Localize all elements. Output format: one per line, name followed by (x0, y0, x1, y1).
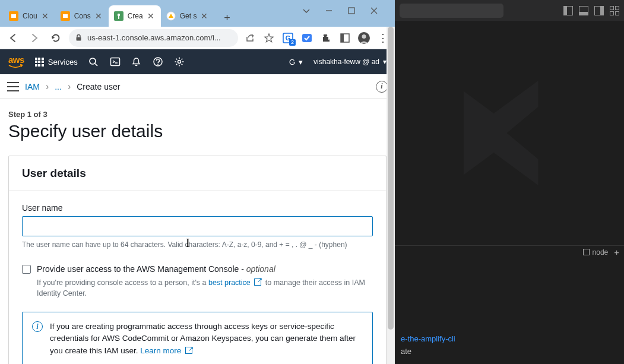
vscode-titlebar (395, 0, 624, 21)
toggle-panel-icon[interactable] (579, 6, 588, 15)
vscode-layout-controls (563, 6, 619, 15)
iam-favicon-icon (114, 11, 123, 21)
external-link-icon (185, 347, 192, 354)
console-access-description: If you're providing console access to a … (37, 277, 373, 299)
user-details-panel: User details User name The user name can… (8, 156, 387, 364)
tab-title: Clou (23, 12, 37, 20)
window-chevron-icon[interactable] (302, 6, 311, 15)
cloudshell-icon[interactable] (110, 56, 121, 67)
notifications-bell-icon[interactable] (131, 56, 142, 67)
browser-tab-create-user[interactable]: Crea ✕ (109, 5, 161, 27)
extension-badge: 2 (289, 39, 296, 46)
breadcrumb-ellipsis[interactable]: ... (55, 82, 62, 91)
new-terminal-icon[interactable]: + (614, 247, 619, 257)
svg-rect-1 (349, 8, 354, 14)
breadcrumb-iam-link[interactable]: IAM (25, 82, 40, 91)
learn-more-link[interactable]: Learn more (140, 346, 194, 355)
step-indicator: Step 1 of 3 (8, 110, 387, 119)
lock-icon (75, 34, 83, 42)
amplify-favicon-icon (166, 11, 176, 21)
external-link-icon (254, 278, 261, 286)
browser-toolbar: us-east-1.console.aws.amazon.com/i... G … (0, 27, 395, 49)
services-menu[interactable]: Services (35, 58, 78, 67)
new-tab-button[interactable]: + (218, 9, 236, 27)
browser-tab-get-started[interactable]: Get s ✕ (161, 5, 215, 27)
reading-list-icon[interactable] (338, 31, 352, 45)
toggle-secondary-sidebar-icon[interactable] (594, 6, 604, 15)
chevron-right-icon: › (46, 81, 49, 92)
chevron-right-icon: › (68, 81, 71, 92)
forward-button[interactable] (26, 30, 43, 46)
back-button[interactable] (5, 30, 21, 46)
info-icon[interactable]: i (376, 81, 388, 93)
toggle-primary-sidebar-icon[interactable] (563, 6, 573, 15)
google-translate-extension-icon[interactable]: G 2 (281, 31, 295, 45)
share-icon[interactable] (243, 31, 257, 45)
extensions-puzzle-icon[interactable] (319, 31, 333, 45)
aws-favicon-icon (9, 11, 18, 21)
svg-rect-15 (341, 34, 344, 42)
window-minimize-icon[interactable] (324, 6, 334, 15)
svg-rect-8 (118, 16, 119, 19)
breadcrumb-current: Create user (77, 82, 120, 91)
username-label: User name (22, 203, 373, 213)
address-bar[interactable]: us-east-1.console.aws.amazon.com/i... (69, 29, 238, 47)
username-hint: The user name can have up to 64 characte… (22, 240, 373, 249)
username-input[interactable] (22, 216, 373, 236)
svg-point-7 (118, 14, 120, 16)
vscode-editor-area: node + e-the-amplify-cli ate (395, 21, 624, 364)
caret-down-icon: ▾ (299, 58, 303, 67)
bookmark-star-icon[interactable] (262, 31, 276, 45)
breadcrumb-bar: IAM › ... › Create user i (0, 74, 395, 99)
account-menu[interactable]: vishakha-feww @ ad▾ (313, 58, 387, 66)
browser-tab-cloud[interactable]: Clou ✕ (4, 5, 55, 27)
console-access-checkbox-row: Provide user access to the AWS Managemen… (22, 264, 373, 299)
settings-gear-icon[interactable] (174, 56, 185, 67)
terminal-tab-node[interactable]: node (583, 248, 609, 257)
reload-button[interactable] (47, 30, 64, 46)
window-maximize-icon[interactable] (347, 6, 356, 15)
services-label: Services (48, 58, 78, 67)
browser-tab-console[interactable]: Cons ✕ (55, 5, 109, 27)
search-icon[interactable] (88, 56, 99, 67)
tab-close-icon[interactable]: ✕ (95, 12, 103, 20)
vscode-command-center[interactable] (400, 4, 503, 18)
aws-logo[interactable]: aws (8, 55, 24, 69)
console-access-label: Provide user access to the AWS Managemen… (37, 264, 373, 276)
svg-rect-10 (77, 37, 81, 41)
info-icon: i (32, 321, 43, 332)
svg-point-22 (157, 64, 159, 65)
programmatic-access-infobox: i If you are creating programmatic acces… (22, 312, 373, 364)
terminal-output-line: ate (401, 347, 618, 356)
vscode-window: node + e-the-amplify-cli ate (395, 0, 624, 364)
best-practice-link[interactable]: best practice (208, 278, 263, 287)
tab-close-icon[interactable]: ✕ (42, 12, 50, 20)
tab-close-icon[interactable]: ✕ (201, 12, 209, 20)
terminal-tabs: node + (583, 247, 619, 257)
svg-rect-3 (11, 14, 16, 18)
page-title: Specify user details (8, 121, 387, 141)
scrollbar-thumb[interactable] (388, 27, 394, 330)
profile-avatar[interactable] (357, 31, 371, 45)
vscode-terminal-panel[interactable]: node + e-the-amplify-cli ate (395, 245, 624, 364)
browser-window: Clou ✕ Cons ✕ Crea ✕ Get s ✕ + us-east-1… (0, 0, 395, 364)
side-menu-toggle[interactable] (7, 82, 19, 91)
extension-icon-blue[interactable] (300, 31, 314, 45)
tab-title: Cons (74, 12, 91, 20)
tab-title: Crea (128, 12, 143, 20)
svg-point-18 (90, 58, 96, 64)
vscode-watermark-logo (395, 21, 624, 245)
svg-rect-13 (302, 34, 312, 42)
help-icon[interactable] (153, 56, 163, 67)
tab-close-icon[interactable]: ✕ (147, 12, 156, 20)
console-access-checkbox[interactable] (22, 265, 31, 274)
vertical-scrollbar[interactable] (387, 27, 395, 364)
window-close-icon[interactable] (369, 6, 379, 15)
url-text: us-east-1.console.aws.amazon.com/i... (87, 33, 232, 42)
svg-line-19 (95, 64, 97, 66)
customize-layout-icon[interactable] (610, 6, 619, 15)
svg-point-23 (178, 61, 180, 64)
terminal-icon (583, 249, 590, 255)
os-window-controls (293, 0, 388, 21)
region-selector[interactable]: G▾ (289, 58, 303, 67)
